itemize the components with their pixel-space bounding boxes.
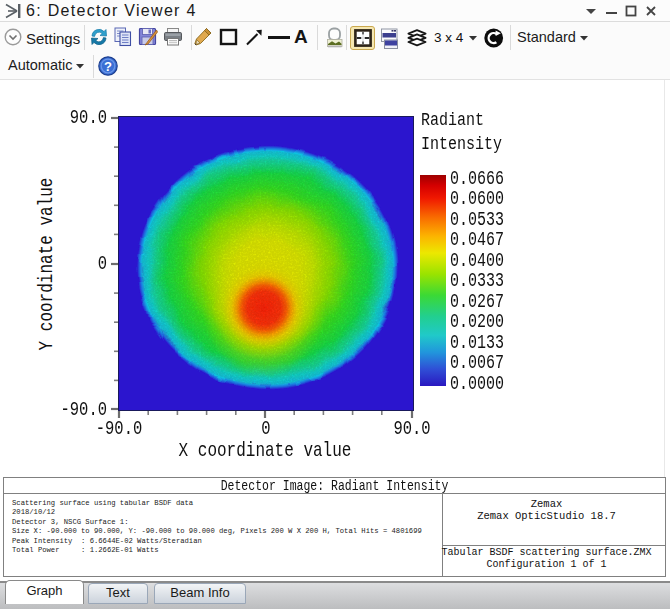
svg-text:?: ?	[104, 59, 112, 74]
